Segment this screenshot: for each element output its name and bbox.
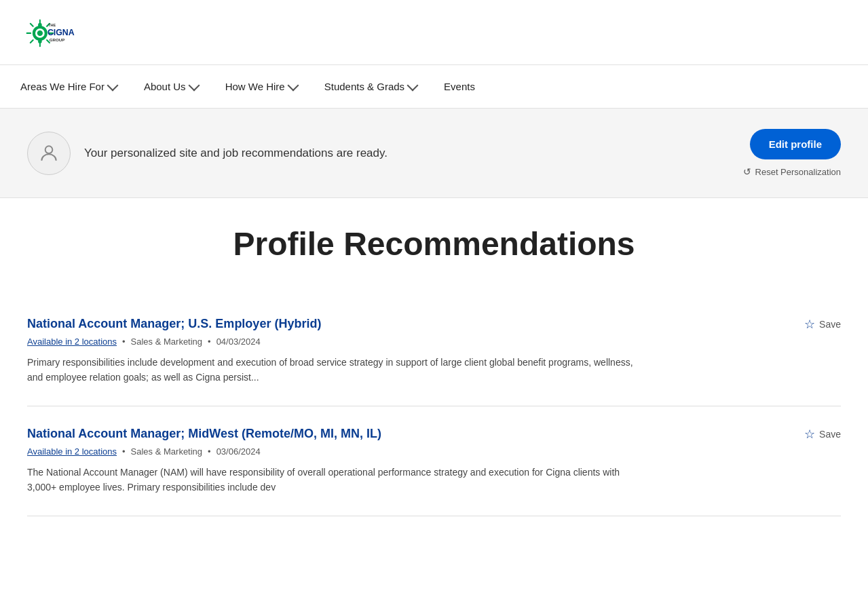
job-date: 04/03/2024 bbox=[216, 337, 261, 347]
svg-text:THE: THE bbox=[48, 23, 56, 27]
main-content: Profile Recommendations National Account… bbox=[0, 198, 868, 557]
nav-events[interactable]: Events bbox=[430, 65, 489, 109]
svg-line-5 bbox=[31, 24, 33, 26]
save-job-button[interactable]: ☆ Save bbox=[804, 427, 841, 442]
job-description: The National Account Manager (NAM) will … bbox=[27, 465, 638, 495]
edit-profile-button[interactable]: Edit profile bbox=[750, 129, 841, 159]
job-department: Sales & Marketing bbox=[131, 446, 203, 457]
dot-separator: • bbox=[208, 337, 211, 347]
job-title-link[interactable]: National Account Manager; U.S. Employer … bbox=[27, 317, 841, 331]
job-locations[interactable]: Available in 2 locations bbox=[27, 446, 117, 457]
nav-how-we-hire[interactable]: How We Hire bbox=[212, 65, 311, 109]
header: THE CIGNA GROUP bbox=[0, 0, 868, 65]
avatar bbox=[27, 132, 71, 175]
save-job-button[interactable]: ☆ Save bbox=[804, 317, 841, 332]
main-nav: Areas We Hire For About Us How We Hire S… bbox=[0, 65, 868, 109]
reset-icon: ↺ bbox=[743, 166, 751, 177]
job-locations[interactable]: Available in 2 locations bbox=[27, 337, 117, 347]
chevron-down-icon bbox=[107, 79, 118, 91]
dot-separator: • bbox=[122, 337, 126, 347]
banner-left: Your personalized site and job recommend… bbox=[27, 132, 388, 175]
svg-text:GROUP: GROUP bbox=[50, 37, 65, 42]
nav-students-grads[interactable]: Students & Grads bbox=[311, 65, 430, 109]
banner-message: Your personalized site and job recommend… bbox=[84, 147, 388, 160]
chevron-down-icon bbox=[287, 79, 299, 91]
dot-separator: • bbox=[122, 446, 126, 457]
cigna-logo: THE CIGNA GROUP bbox=[20, 10, 95, 54]
logo-container[interactable]: THE CIGNA GROUP bbox=[20, 10, 95, 54]
job-description: Primary responsibilities include develop… bbox=[27, 355, 638, 385]
job-meta: Available in 2 locations • Sales & Marke… bbox=[27, 446, 841, 457]
nav-areas-we-hire[interactable]: Areas We Hire For bbox=[20, 65, 130, 109]
nav-about-us[interactable]: About Us bbox=[130, 65, 212, 109]
dot-separator: • bbox=[208, 446, 211, 457]
job-listing: National Account Manager; U.S. Employer … bbox=[27, 296, 841, 406]
job-meta: Available in 2 locations • Sales & Marke… bbox=[27, 337, 841, 347]
svg-line-8 bbox=[31, 40, 33, 43]
chevron-down-icon bbox=[188, 79, 200, 91]
chevron-down-icon bbox=[407, 79, 419, 91]
svg-point-12 bbox=[37, 31, 43, 36]
banner-right: Edit profile ↺ Reset Personalization bbox=[743, 129, 841, 177]
personalization-banner: Your personalized site and job recommend… bbox=[0, 109, 868, 198]
svg-point-16 bbox=[45, 146, 53, 153]
user-icon bbox=[38, 142, 60, 164]
page-title: Profile Recommendations bbox=[27, 225, 841, 263]
star-icon: ☆ bbox=[804, 427, 815, 442]
svg-text:CIGNA: CIGNA bbox=[48, 28, 75, 37]
job-title-link[interactable]: National Account Manager; MidWest (Remot… bbox=[27, 427, 841, 441]
star-icon: ☆ bbox=[804, 317, 815, 332]
job-listing: National Account Manager; MidWest (Remot… bbox=[27, 406, 841, 516]
job-date: 03/06/2024 bbox=[216, 446, 261, 457]
reset-personalization-link[interactable]: ↺ Reset Personalization bbox=[743, 166, 841, 177]
job-department: Sales & Marketing bbox=[131, 337, 203, 347]
